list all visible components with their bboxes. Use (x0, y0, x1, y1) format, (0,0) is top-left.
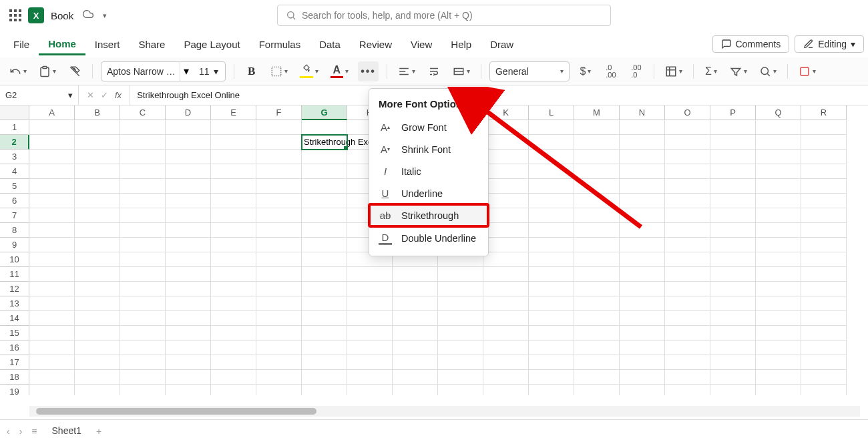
cell-A17[interactable] (29, 355, 75, 370)
cell-Q16[interactable] (756, 341, 801, 355)
cell-D17[interactable] (166, 355, 211, 370)
cell-N10[interactable] (620, 252, 665, 267)
cell-P4[interactable] (710, 164, 756, 179)
currency-button[interactable]: $▾ (576, 61, 595, 81)
cell-E13[interactable] (211, 296, 256, 311)
cell-K3[interactable] (483, 150, 529, 164)
cell-O7[interactable] (665, 208, 710, 223)
cell-I17[interactable] (393, 355, 438, 370)
cell-N15[interactable] (620, 326, 665, 341)
cell-J12[interactable] (438, 282, 483, 296)
cell-P13[interactable] (710, 296, 756, 311)
cell-F15[interactable] (256, 326, 302, 341)
cell-L10[interactable] (529, 252, 574, 267)
format-painter-button[interactable] (65, 61, 84, 81)
cell-R15[interactable] (801, 326, 847, 341)
cell-R9[interactable] (801, 238, 847, 252)
cell-D14[interactable] (166, 311, 211, 326)
cell-O9[interactable] (665, 238, 710, 252)
cell-H13[interactable] (347, 296, 393, 311)
cell-Q2[interactable] (756, 135, 801, 150)
cell-A19[interactable] (29, 385, 75, 395)
cell-K12[interactable] (483, 282, 529, 296)
cell-L13[interactable] (529, 296, 574, 311)
cell-O11[interactable] (665, 267, 710, 282)
cell-P14[interactable] (710, 311, 756, 326)
column-header-K[interactable]: K (483, 105, 529, 120)
cell-O14[interactable] (665, 311, 710, 326)
cell-B12[interactable] (75, 282, 120, 296)
cell-L17[interactable] (529, 355, 574, 370)
cell-L4[interactable] (529, 164, 574, 179)
cell-N2[interactable] (620, 135, 665, 150)
column-header-C[interactable]: C (120, 105, 166, 120)
cell-G5[interactable] (302, 179, 347, 194)
cell-L16[interactable] (529, 341, 574, 355)
cell-C13[interactable] (120, 296, 166, 311)
cell-B17[interactable] (75, 355, 120, 370)
editing-mode-button[interactable]: Editing ▾ (795, 35, 864, 53)
cell-Q8[interactable] (756, 223, 801, 238)
cell-Q14[interactable] (756, 311, 801, 326)
cell-E19[interactable] (211, 385, 256, 395)
cell-G14[interactable] (302, 311, 347, 326)
cell-D9[interactable] (166, 238, 211, 252)
cell-I18[interactable] (393, 370, 438, 385)
cell-K2[interactable] (483, 135, 529, 150)
cell-I16[interactable] (393, 341, 438, 355)
cell-Q4[interactable] (756, 164, 801, 179)
cell-C17[interactable] (120, 355, 166, 370)
cell-K7[interactable] (483, 208, 529, 223)
cell-C3[interactable] (120, 150, 166, 164)
cell-Q6[interactable] (756, 194, 801, 208)
cell-N13[interactable] (620, 296, 665, 311)
cell-R5[interactable] (801, 179, 847, 194)
sheet-tab[interactable]: Sheet1 (47, 423, 87, 440)
cell-Q9[interactable] (756, 238, 801, 252)
cell-Q12[interactable] (756, 282, 801, 296)
column-header-P[interactable]: P (710, 105, 756, 120)
cell-O6[interactable] (665, 194, 710, 208)
cell-D8[interactable] (166, 223, 211, 238)
cell-Q18[interactable] (756, 370, 801, 385)
menu-item-italic[interactable]: I Italic (369, 160, 488, 182)
cell-H12[interactable] (347, 282, 393, 296)
cell-A1[interactable] (29, 120, 75, 135)
horizontal-scrollbar[interactable] (29, 406, 860, 417)
tab-insert[interactable]: Insert (85, 33, 130, 55)
decrease-decimal-button[interactable]: .0.00 (602, 61, 620, 81)
cell-E17[interactable] (211, 355, 256, 370)
formula-input[interactable]: Strikethrough Excel Online (130, 90, 246, 100)
tab-help[interactable]: Help (441, 33, 481, 55)
cell-N17[interactable] (620, 355, 665, 370)
cell-M14[interactable] (574, 311, 620, 326)
cell-D19[interactable] (166, 385, 211, 395)
cell-B14[interactable] (75, 311, 120, 326)
tab-draw[interactable]: Draw (481, 33, 523, 55)
row-header-3[interactable]: 3 (0, 150, 29, 164)
cell-B11[interactable] (75, 267, 120, 282)
cell-O3[interactable] (665, 150, 710, 164)
cell-D2[interactable] (166, 135, 211, 150)
menu-item-grow-font[interactable]: A▴ Grow Font (369, 116, 488, 138)
cell-K14[interactable] (483, 311, 529, 326)
cell-O18[interactable] (665, 370, 710, 385)
cell-E12[interactable] (211, 282, 256, 296)
cell-B5[interactable] (75, 179, 120, 194)
cell-O17[interactable] (665, 355, 710, 370)
cell-K9[interactable] (483, 238, 529, 252)
cell-R14[interactable] (801, 311, 847, 326)
cell-R10[interactable] (801, 252, 847, 267)
cell-K16[interactable] (483, 341, 529, 355)
cell-F11[interactable] (256, 267, 302, 282)
cell-O4[interactable] (665, 164, 710, 179)
cell-D5[interactable] (166, 179, 211, 194)
cell-L18[interactable] (529, 370, 574, 385)
cell-B9[interactable] (75, 238, 120, 252)
cell-O8[interactable] (665, 223, 710, 238)
cell-R13[interactable] (801, 296, 847, 311)
cell-K5[interactable] (483, 179, 529, 194)
document-name[interactable]: Book (51, 10, 73, 21)
tab-file[interactable]: File (4, 33, 39, 55)
cell-E10[interactable] (211, 252, 256, 267)
